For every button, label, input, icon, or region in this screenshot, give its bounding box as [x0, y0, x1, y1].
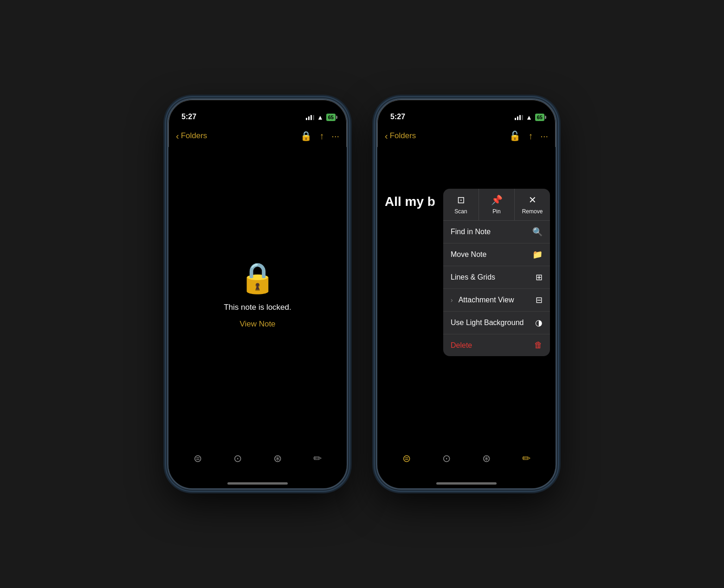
- wifi-icon-right: ▲: [526, 114, 532, 121]
- remove-icon: ✕: [529, 194, 537, 205]
- attachment-view-chevron: ›: [451, 296, 453, 304]
- status-icons-right: ▲ 65: [515, 114, 544, 121]
- status-time-left: 5:27: [181, 113, 196, 121]
- share-icon-right[interactable]: ↑: [528, 131, 533, 141]
- status-icons-left: ▲ 65: [306, 114, 336, 121]
- more-icon-left[interactable]: ···: [331, 131, 339, 141]
- signal-bar-2: [308, 116, 310, 120]
- bottom-toolbar-right: ⊜ ⊙ ⊛ ✏: [377, 445, 556, 473]
- screen-content-left: 🔒 This note is locked. View Note ⊜ ⊙ ⊛ ✏: [168, 147, 347, 488]
- attachment-view-icon: ⊟: [536, 295, 543, 305]
- dynamic-island-left: [230, 105, 285, 121]
- camera-icon-left[interactable]: ⊙: [233, 453, 242, 465]
- remove-label: Remove: [522, 208, 543, 215]
- delete-label: Delete: [451, 341, 472, 350]
- find-in-note-label: Find in Note: [451, 228, 491, 236]
- delete-icon: 🗑: [534, 340, 543, 350]
- battery-icon-left: 65: [326, 114, 336, 121]
- scan-icon: ⊡: [457, 194, 465, 205]
- share-icon-left[interactable]: ↑: [319, 131, 324, 141]
- lock-icon-large: 🔒: [239, 261, 276, 295]
- phones-container: 5:27 ▲ 65 ‹ Folders 🔒 ↑ ···: [167, 98, 557, 490]
- home-indicator-right: [436, 482, 497, 485]
- scan-label: Scan: [454, 208, 467, 215]
- signal-bar-r2: [517, 116, 518, 120]
- nav-actions-right: 🔓 ↑ ···: [509, 130, 548, 141]
- signal-bar-r3: [519, 115, 521, 120]
- nav-back-label-right: Folders: [390, 131, 416, 141]
- compass-icon-right[interactable]: ⊛: [482, 453, 491, 465]
- nav-actions-left: 🔒 ↑ ···: [300, 130, 339, 141]
- back-chevron-left: ‹: [176, 131, 179, 141]
- menu-item-lines-grids[interactable]: Lines & Grids ⊞: [443, 266, 550, 289]
- back-chevron-right: ‹: [385, 131, 388, 141]
- lock-open-icon-right[interactable]: 🔓: [509, 130, 521, 141]
- phone-right: 5:27 ▲ 65 ‹ Folders 🔓 ↑ ···: [376, 98, 557, 490]
- lines-grids-icon: ⊞: [536, 272, 543, 282]
- menu-scan-button[interactable]: ⊡ Scan: [443, 189, 479, 220]
- bottom-toolbar-left: ⊜ ⊙ ⊛ ✏: [168, 445, 347, 473]
- menu-remove-button[interactable]: ✕ Remove: [515, 189, 550, 220]
- menu-item-use-light-bg[interactable]: Use Light Background ◑: [443, 312, 550, 334]
- signal-bar-r1: [515, 118, 516, 120]
- compass-icon-left[interactable]: ⊛: [273, 453, 282, 465]
- attachment-view-left: › Attachment View: [451, 296, 514, 304]
- signal-bars-left: [306, 115, 314, 120]
- move-note-icon: 📁: [532, 249, 543, 260]
- lines-grids-label: Lines & Grids: [451, 273, 495, 281]
- signal-bar-1: [306, 118, 307, 120]
- find-in-note-icon: 🔍: [532, 227, 543, 237]
- home-indicator-left: [227, 482, 288, 485]
- locked-text: This note is locked.: [224, 303, 291, 312]
- view-note-button[interactable]: View Note: [239, 320, 275, 329]
- menu-item-attachment-view[interactable]: › Attachment View ⊟: [443, 289, 550, 312]
- locked-note-content: 🔒 This note is locked. View Note: [168, 147, 347, 488]
- move-note-label: Move Note: [451, 250, 486, 259]
- signal-bar-r4: [522, 115, 523, 120]
- menu-pin-button[interactable]: 📌 Pin: [479, 189, 515, 220]
- nav-back-right[interactable]: ‹ Folders: [385, 131, 416, 141]
- battery-icon-right: 65: [535, 114, 544, 121]
- use-light-bg-icon: ◑: [535, 318, 543, 328]
- context-menu: ⊡ Scan 📌 Pin ✕ Remove Find in Note �: [443, 189, 550, 356]
- lock-icon-nav-left[interactable]: 🔒: [300, 130, 312, 141]
- phone-left: 5:27 ▲ 65 ‹ Folders 🔒 ↑ ···: [167, 98, 348, 490]
- camera-icon-right[interactable]: ⊙: [442, 453, 451, 465]
- menu-item-delete[interactable]: Delete 🗑: [443, 334, 550, 356]
- compose-icon-left[interactable]: ✏: [313, 453, 322, 465]
- wifi-icon-left: ▲: [317, 114, 323, 121]
- signal-bars-right: [515, 115, 523, 120]
- signal-bar-4: [313, 115, 314, 120]
- nav-bar-left: ‹ Folders 🔒 ↑ ···: [168, 125, 347, 147]
- menu-item-move-note[interactable]: Move Note 📁: [443, 243, 550, 266]
- signal-bar-3: [310, 115, 312, 120]
- status-time-right: 5:27: [390, 113, 405, 121]
- pin-icon: 📌: [491, 194, 503, 205]
- nav-back-left[interactable]: ‹ Folders: [176, 131, 207, 141]
- nav-back-label-left: Folders: [181, 131, 207, 141]
- checklist-icon-left[interactable]: ⊜: [194, 453, 202, 465]
- screen-content-right: All my b ⊡ Scan 📌 Pin ✕ Remove: [377, 147, 556, 488]
- pin-label: Pin: [492, 208, 500, 215]
- more-icon-right[interactable]: ···: [540, 131, 548, 141]
- nav-bar-right: ‹ Folders 🔓 ↑ ···: [377, 125, 556, 147]
- checklist-icon-right[interactable]: ⊜: [402, 453, 411, 465]
- menu-item-find-in-note[interactable]: Find in Note 🔍: [443, 221, 550, 243]
- dynamic-island-right: [439, 105, 494, 121]
- use-light-bg-label: Use Light Background: [451, 319, 524, 327]
- compose-icon-right[interactable]: ✏: [522, 453, 530, 465]
- menu-top-actions: ⊡ Scan 📌 Pin ✕ Remove: [443, 189, 550, 221]
- attachment-view-label: Attachment View: [459, 296, 514, 304]
